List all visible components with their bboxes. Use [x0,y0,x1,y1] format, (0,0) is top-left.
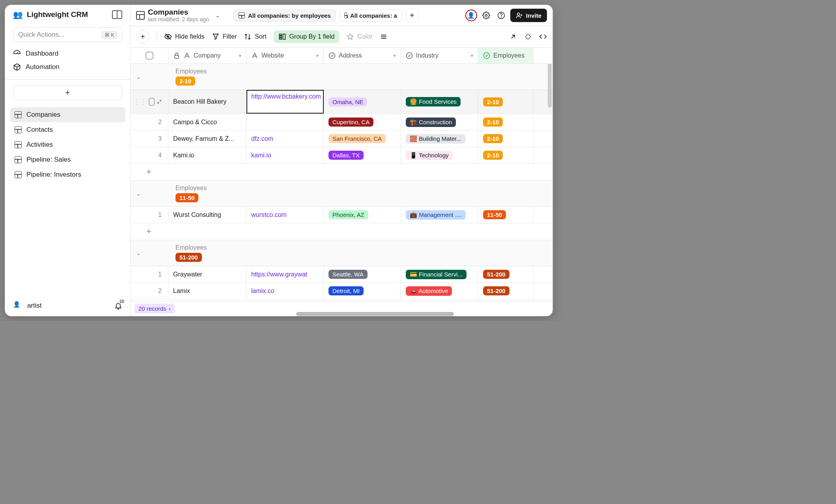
invite-button[interactable]: Invite [510,9,547,22]
table-row[interactable]: 2Campo & CiccoCupertino, CA🏗️ Constructi… [131,114,552,131]
cell-address[interactable]: Detroit, MI [324,283,401,299]
help-button[interactable] [495,9,507,21]
column-header-employees[interactable]: Employees [478,48,534,63]
table-row[interactable]: 1Graywaterhttps://www.graywatSeattle, WA… [131,266,552,283]
group-header[interactable]: ⌄Employees11-50 [131,181,552,207]
table-title-dropdown[interactable]: ⌄ [212,12,223,19]
expand-icon[interactable] [157,98,162,105]
cell-address[interactable]: Cupertino, CA [324,114,401,130]
column-header-company[interactable]: Company▾ [168,48,246,63]
cell-industry[interactable]: 🏗️ Construction [401,114,478,130]
cell-company[interactable]: Beacon Hill Bakery [168,90,246,114]
chevron-down-icon[interactable]: ⌄ [136,250,144,257]
column-header-website[interactable]: Website▾ [246,48,324,63]
cell-company[interactable]: Wurst Consulting [168,207,246,223]
sort-button[interactable]: Sort [244,33,266,41]
cell-website[interactable]: dfz.com [246,131,324,147]
cell-address[interactable]: Phoenix, AZ [324,207,401,223]
group-header[interactable]: ⌄Employees2-10 [131,64,552,90]
cell-website[interactable]: http://www.bcbakery.com [246,90,324,114]
cell-company[interactable]: Campo & Cicco [168,114,246,130]
sidebar-table-item[interactable]: Contacts [10,122,125,137]
cell-employees[interactable]: 11-50 [478,207,534,223]
table-row[interactable]: 2Lamixlamix.coDetroit, MI🚗 Automotive51-… [131,283,552,299]
chevron-down-icon[interactable]: ⌄ [136,73,144,80]
sidebar-toggle-icon[interactable] [112,10,122,19]
horizontal-scrollbar[interactable] [296,312,454,316]
nav-automation[interactable]: Automation [13,60,122,74]
drag-handle-icon[interactable]: ⋮⋮ [134,98,146,106]
cell-industry[interactable]: 🍔 Food Services [401,90,478,114]
table-row[interactable]: 4Kami.iokami.ioDallas, TX📱 Technology2-1… [131,147,552,164]
cell-website[interactable]: https://www.graywat [246,266,324,282]
group-by-button[interactable]: Group By 1 field [274,30,340,43]
record-count-pill[interactable]: 20 records ‹ [134,304,175,314]
sidebar-table-item[interactable]: Activities [10,137,125,152]
cube-icon [13,63,21,71]
cell-address[interactable]: Seattle, WA [324,266,401,282]
data-grid[interactable]: Company▾ Website▾ Address▾ Industry▾ Emp… [131,48,552,301]
profile-avatar[interactable]: 👤 [465,9,477,21]
nav-dashboard[interactable]: Dashboard [13,47,122,60]
cell-company[interactable]: Lamix [168,283,246,299]
cell-industry[interactable]: 🚗 Automotive [401,283,478,299]
sidebar-add-table-button[interactable]: + [13,85,122,100]
vertical-scrollbar[interactable] [548,56,552,108]
group-header[interactable]: ⌄Employees51-200 [131,240,552,266]
cell-industry[interactable]: 💳 Financial Servi... [401,266,478,282]
cell-address[interactable]: Omaha, NE [324,90,401,114]
column-header-address[interactable]: Address▾ [324,48,401,63]
cell-company[interactable]: Dewey, Farnum & Z... [168,131,246,147]
sidebar-table-item[interactable]: Pipeline: Investors [10,167,125,182]
ai-sparkle-button[interactable] [524,33,532,41]
cell-employees[interactable]: 2-10 [478,114,534,130]
table-row[interactable]: 1Wurst Consultingwurstco.comPhoenix, AZ💼… [131,207,552,223]
cell-industry[interactable]: 💼 Management .... [401,207,478,223]
hide-fields-button[interactable]: Hide fields [164,33,205,41]
new-record-button[interactable]: + [136,30,149,43]
cell-address[interactable]: San Francisco, CA [324,131,401,147]
color-button[interactable]: Color [346,33,372,41]
select-all-checkbox[interactable] [146,52,153,60]
filter-button[interactable]: Filter [212,33,237,41]
chevron-down-icon[interactable]: ▾ [394,53,396,58]
quick-actions-input[interactable]: Quick Actions... ⌘ K [13,27,122,42]
cell-employees[interactable]: 2-10 [478,90,534,114]
cell-address[interactable]: Dallas, TX [324,147,401,163]
sidebar-table-item[interactable]: Companies [10,107,125,122]
cell-website[interactable] [246,114,324,130]
code-api-button[interactable] [539,33,547,41]
view-tab-all[interactable]: All companies: a [339,9,402,22]
user-name[interactable]: artist [27,302,110,310]
cell-company[interactable]: Kami.io [168,147,246,163]
column-header-industry[interactable]: Industry▾ [401,48,478,63]
view-tab-by-employees[interactable]: All companies: by employees [233,9,336,22]
cell-website[interactable]: lamix.co [246,283,324,299]
row-checkbox[interactable] [149,98,155,106]
add-row-button[interactable]: + [131,223,552,240]
cell-employees[interactable]: 2-10 [478,131,534,147]
table-title[interactable]: Companies [148,8,209,17]
cell-website[interactable]: kami.io [246,147,324,163]
sidebar-table-item[interactable]: Pipeline: Sales [10,152,125,167]
cell-employees[interactable]: 2-10 [478,147,534,163]
add-view-button[interactable]: + [405,9,419,22]
cell-industry[interactable]: 📱 Technology [401,147,478,163]
table-row[interactable]: ⋮⋮Beacon Hill Bakeryhttp://www.bcbakery.… [131,90,552,114]
user-avatar-icon[interactable]: 👤 [13,301,22,310]
table-row[interactable]: 3Dewey, Farnum & Z...dfz.comSan Francisc… [131,131,552,147]
add-row-button[interactable]: + [131,164,552,181]
chevron-down-icon[interactable]: ▾ [471,53,473,58]
cell-employees[interactable]: 51-200 [478,266,534,282]
cell-website[interactable]: wurstco.com [246,207,324,223]
cell-industry[interactable]: 🧱 Building Mater... [401,131,478,147]
settings-button[interactable] [480,9,492,21]
chevron-down-icon[interactable]: ⌄ [136,190,144,197]
notifications-button[interactable]: 16 [114,302,122,310]
chevron-down-icon[interactable]: ▾ [316,53,319,58]
chevron-down-icon[interactable]: ▾ [239,53,241,58]
share-button[interactable] [509,33,517,41]
more-options-button[interactable] [380,33,388,41]
cell-company[interactable]: Graywater [168,266,246,282]
cell-employees[interactable]: 51-200 [478,283,534,299]
